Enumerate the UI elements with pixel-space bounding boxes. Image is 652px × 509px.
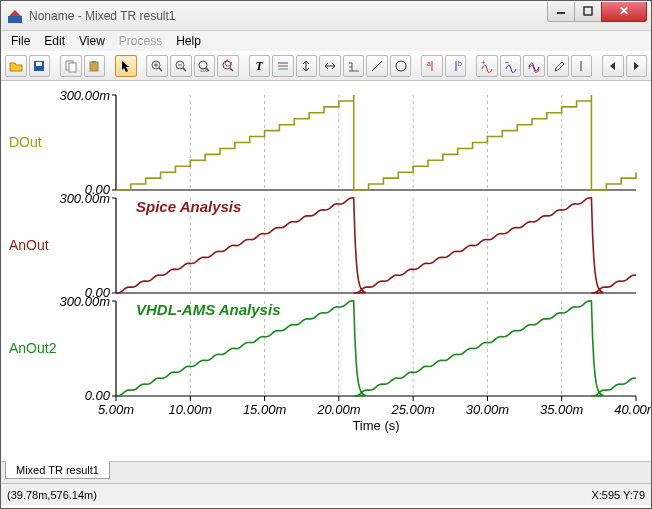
multi-trace-button[interactable] [523, 55, 545, 77]
svg-text:20.00m: 20.00m [316, 402, 361, 417]
text-tool-button[interactable]: T [249, 55, 271, 77]
cursor-a-button[interactable]: a [421, 55, 443, 77]
svg-text:AnOut2: AnOut2 [9, 340, 57, 356]
svg-text:−: − [505, 59, 510, 67]
svg-text:Spice  Analysis: Spice Analysis [136, 198, 241, 215]
toolbar: 100 T a b + − [1, 51, 651, 81]
svg-text:DOut: DOut [9, 134, 42, 150]
svg-text:300.00m: 300.00m [59, 88, 110, 103]
svg-text:VHDL-AMS Analysis: VHDL-AMS Analysis [136, 301, 280, 318]
svg-text:300.00m: 300.00m [59, 294, 110, 309]
svg-rect-4 [36, 62, 42, 66]
tabstrip: Mixed TR result1 [1, 461, 651, 483]
svg-text:+: + [481, 59, 486, 67]
svg-rect-6 [69, 63, 76, 72]
svg-rect-7 [90, 62, 98, 71]
svg-line-14 [183, 68, 186, 71]
svg-rect-2 [584, 7, 592, 15]
line-tool-button[interactable] [366, 55, 388, 77]
marker-button[interactable] [571, 55, 593, 77]
menu-view[interactable]: View [73, 32, 111, 50]
svg-text:25.00m: 25.00m [390, 402, 435, 417]
close-button[interactable]: ✕ [601, 2, 647, 22]
svg-text:300.00m: 300.00m [59, 191, 110, 206]
svg-text:0.00: 0.00 [85, 388, 111, 403]
svg-text:Time (s): Time (s) [352, 418, 399, 433]
zoom-fit-button[interactable]: 100 [194, 55, 216, 77]
svg-text:40.00m: 40.00m [614, 402, 651, 417]
paste-button[interactable] [84, 55, 106, 77]
svg-text:a: a [427, 60, 431, 67]
open-button[interactable] [5, 55, 27, 77]
status-xy: X:595 Y:79 [591, 489, 645, 501]
svg-text:15.00m: 15.00m [243, 402, 287, 417]
legend-button[interactable] [272, 55, 294, 77]
scale-y-button[interactable] [296, 55, 318, 77]
eyedropper-button[interactable] [547, 55, 569, 77]
svg-text:35.00m: 35.00m [540, 402, 584, 417]
svg-text:10.00m: 10.00m [169, 402, 213, 417]
window-title: Noname - Mixed TR result1 [29, 9, 548, 23]
svg-text:b: b [458, 60, 462, 67]
cursor-b-button[interactable]: b [445, 55, 467, 77]
svg-rect-0 [8, 16, 22, 23]
prev-button[interactable] [602, 55, 624, 77]
zoom-in-button[interactable] [146, 55, 168, 77]
zoom-reset-button[interactable] [217, 55, 239, 77]
minimize-button[interactable] [547, 2, 575, 22]
add-trace-button[interactable]: + [476, 55, 498, 77]
svg-line-26 [372, 61, 382, 71]
statusbar: (39.78m,576.14m) X:595 Y:79 [1, 483, 651, 505]
copy-button[interactable] [60, 55, 82, 77]
circle-tool-button[interactable] [390, 55, 412, 77]
svg-line-20 [230, 68, 233, 71]
save-button[interactable] [29, 55, 51, 77]
menu-edit[interactable]: Edit [38, 32, 71, 50]
menu-file[interactable]: File [5, 32, 36, 50]
zoom-out-button[interactable] [170, 55, 192, 77]
svg-rect-8 [92, 61, 96, 63]
svg-text:5.00m: 5.00m [98, 402, 134, 417]
menubar: File Edit View Process Help [1, 31, 651, 51]
svg-text:100: 100 [200, 67, 209, 73]
status-coords: (39.78m,576.14m) [7, 489, 97, 501]
remove-trace-button[interactable]: − [500, 55, 522, 77]
tab-result[interactable]: Mixed TR result1 [5, 461, 110, 479]
pointer-button[interactable] [115, 55, 137, 77]
plot-area[interactable]: 300.00m0.00DOut300.00m0.00AnOutSpice Ana… [1, 81, 651, 461]
menu-help[interactable]: Help [170, 32, 207, 50]
next-button[interactable] [626, 55, 648, 77]
svg-line-10 [159, 68, 162, 71]
maximize-button[interactable] [574, 2, 602, 22]
grid-button[interactable] [343, 55, 365, 77]
scale-x-button[interactable] [319, 55, 341, 77]
svg-point-27 [396, 61, 406, 71]
app-icon [7, 8, 23, 24]
svg-text:30.00m: 30.00m [466, 402, 510, 417]
svg-text:AnOut: AnOut [9, 237, 49, 253]
menu-process[interactable]: Process [113, 32, 168, 50]
